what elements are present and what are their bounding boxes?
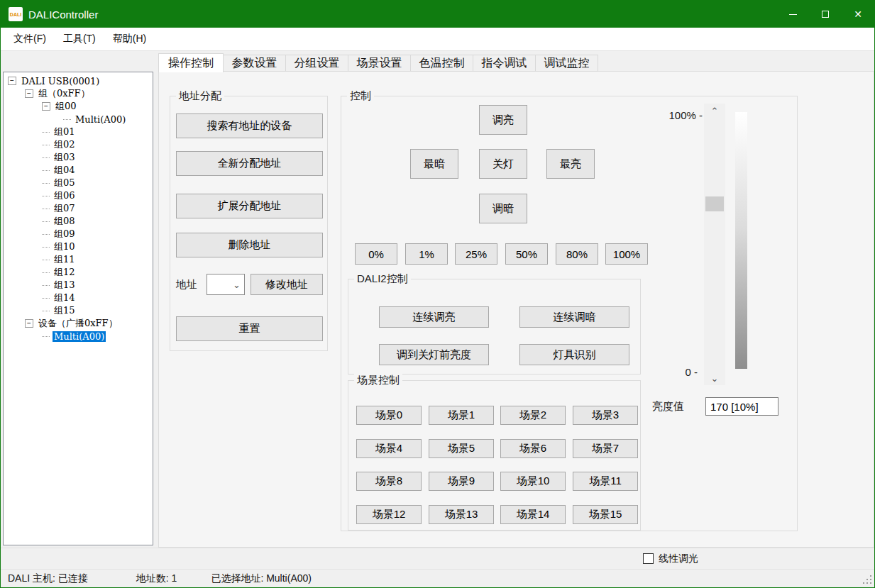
tree-item-group05[interactable]: 组05 — [4, 177, 153, 189]
status-address-count: 地址数: 1 — [136, 572, 177, 585]
control-group: 控制 调亮 最暗 关灯 最亮 调暗 0% 1% 25% 50% 80% 100%… — [341, 96, 798, 531]
scene-2-button[interactable]: 场景2 — [500, 406, 566, 425]
close-button[interactable]: ✕ — [842, 1, 874, 28]
tree-item-group10[interactable]: 组10 — [4, 240, 153, 253]
continuous-dim-button[interactable]: 连续调暗 — [519, 306, 629, 328]
light-off-button[interactable]: 关灯 — [479, 149, 527, 179]
tree-connector — [42, 221, 50, 222]
tree-item-group12[interactable]: 组12 — [4, 266, 153, 279]
app-icon: DALI — [9, 7, 23, 21]
tab-color-temp-control[interactable]: 色温控制 — [411, 55, 473, 72]
tree-item-multi-a00[interactable]: Multi(A00) — [4, 113, 153, 126]
tree-item-group09[interactable]: 组09 — [4, 228, 153, 240]
menu-help[interactable]: 帮助(H) — [104, 28, 155, 50]
minimize-button[interactable] — [776, 1, 809, 28]
percent-50-button[interactable]: 50% — [505, 243, 548, 265]
scene-control-group: 场景控制 场景0 场景1 场景2 场景3 场景4 场景5 场景6 场景7 场景8… — [348, 380, 641, 531]
scene-1-button[interactable]: 场景1 — [429, 406, 494, 425]
menu-tools[interactable]: 工具(T) — [55, 28, 104, 50]
tree-connector — [42, 183, 50, 184]
tree-item-group03[interactable]: 组03 — [4, 151, 153, 164]
brightest-button[interactable]: 最亮 — [546, 149, 595, 179]
maximize-icon — [822, 11, 829, 18]
control-group-title: 控制 — [347, 89, 374, 103]
continuous-brighten-button[interactable]: 连续调亮 — [379, 306, 489, 328]
delete-address-button[interactable]: 删除地址 — [176, 233, 323, 257]
brightness-value-label: 亮度值 — [652, 400, 684, 414]
brightness-value-field[interactable]: 170 [10%] — [705, 397, 778, 416]
tree-item-group11[interactable]: 组11 — [4, 253, 153, 266]
tab-command-debug[interactable]: 指令调试 — [473, 55, 536, 72]
dali2-control-group-title: DALI2控制 — [354, 272, 411, 286]
tree-item-dali-usb[interactable]: −DALI USB(0001) — [4, 74, 153, 87]
collapse-icon[interactable]: − — [25, 319, 33, 328]
menu-bar: 文件(F) 工具(T) 帮助(H) — [1, 28, 874, 51]
device-tree-panel: −DALI USB(0001) −组（0xFF） −组00 Multi(A00)… — [3, 72, 153, 545]
search-addressed-devices-button[interactable]: 搜索有地址的设备 — [176, 113, 323, 138]
tree-item-device-broadcast[interactable]: −设备（广播0xFF） — [4, 317, 153, 330]
minimize-icon — [789, 14, 797, 15]
scene-6-button[interactable]: 场景6 — [500, 439, 566, 458]
slider-max-label: 100% - — [646, 109, 703, 121]
scene-7-button[interactable]: 场景7 — [573, 439, 638, 458]
tree-item-group06[interactable]: 组06 — [4, 189, 153, 202]
tab-debug-monitor[interactable]: 调试监控 — [536, 55, 598, 72]
collapse-icon[interactable]: − — [25, 89, 33, 98]
tree-item-multi-a00-selected[interactable]: Multi(A00) — [4, 330, 153, 343]
percent-0-button[interactable]: 0% — [355, 243, 397, 265]
dali2-control-group: DALI2控制 连续调亮 连续调暗 调到关灯前亮度 灯具识别 — [348, 279, 641, 375]
address-combobox[interactable]: ⌄ — [207, 274, 245, 295]
scene-10-button[interactable]: 场景10 — [500, 472, 566, 491]
scene-8-button[interactable]: 场景8 — [356, 472, 422, 491]
percent-80-button[interactable]: 80% — [556, 243, 598, 265]
dimmest-button[interactable]: 最暗 — [410, 149, 458, 179]
tree-item-group00[interactable]: −组00 — [4, 100, 153, 113]
brighten-button[interactable]: 调亮 — [479, 105, 527, 135]
tab-scene-settings[interactable]: 场景设置 — [348, 55, 411, 72]
menu-file[interactable]: 文件(F) — [5, 28, 55, 50]
scroll-down-icon[interactable]: ⌄ — [704, 371, 725, 385]
tree-item-group02[interactable]: 组02 — [4, 138, 153, 151]
tab-parameter-settings[interactable]: 参数设置 — [224, 55, 286, 72]
scene-0-button[interactable]: 场景0 — [356, 406, 422, 425]
dim-button[interactable]: 调暗 — [479, 194, 527, 223]
maximize-button[interactable] — [809, 1, 842, 28]
scene-14-button[interactable]: 场景14 — [500, 505, 566, 524]
tree-item-group-root[interactable]: −组（0xFF） — [4, 87, 153, 100]
assign-new-address-button[interactable]: 全新分配地址 — [176, 151, 323, 176]
scene-4-button[interactable]: 场景4 — [356, 439, 422, 458]
scene-5-button[interactable]: 场景5 — [429, 439, 494, 458]
reset-button[interactable]: 重置 — [176, 316, 323, 341]
recall-last-level-button[interactable]: 调到关灯前亮度 — [379, 344, 489, 365]
linear-dimming-checkbox[interactable] — [643, 553, 654, 564]
collapse-icon[interactable]: − — [8, 77, 16, 85]
tree-item-group13[interactable]: 组13 — [4, 279, 153, 292]
tree-item-group01[interactable]: 组01 — [4, 126, 153, 138]
scene-3-button[interactable]: 场景3 — [573, 406, 638, 425]
scene-9-button[interactable]: 场景9 — [429, 472, 494, 491]
tree-connector — [42, 157, 50, 158]
address-assign-group-title: 地址分配 — [176, 89, 224, 103]
tree-item-group14[interactable]: 组14 — [4, 292, 153, 304]
scene-11-button[interactable]: 场景11 — [573, 472, 638, 491]
tree-item-group08[interactable]: 组08 — [4, 215, 153, 228]
scene-13-button[interactable]: 场景13 — [429, 505, 494, 524]
percent-1-button[interactable]: 1% — [405, 243, 448, 265]
scene-15-button[interactable]: 场景15 — [573, 505, 638, 524]
tab-operation-control[interactable]: 操作控制 — [158, 53, 224, 72]
scrollbar-thumb[interactable] — [705, 196, 724, 211]
tree-item-group15[interactable]: 组15 — [4, 304, 153, 317]
collapse-icon[interactable]: − — [42, 102, 50, 111]
modify-address-button[interactable]: 修改地址 — [251, 274, 323, 295]
resize-grip[interactable] — [863, 575, 872, 584]
extend-assign-address-button[interactable]: 扩展分配地址 — [176, 194, 323, 218]
scene-12-button[interactable]: 场景12 — [356, 505, 422, 524]
brightness-scrollbar[interactable]: ⌃ ⌄ — [704, 104, 725, 385]
tab-grouping-settings[interactable]: 分组设置 — [286, 55, 348, 72]
tree-item-group07[interactable]: 组07 — [4, 202, 153, 215]
percent-100-button[interactable]: 100% — [605, 243, 648, 265]
tree-item-group04[interactable]: 组04 — [4, 164, 153, 177]
percent-25-button[interactable]: 25% — [455, 243, 497, 265]
luminaire-identify-button[interactable]: 灯具识别 — [519, 344, 629, 365]
scroll-up-icon[interactable]: ⌃ — [704, 104, 725, 118]
